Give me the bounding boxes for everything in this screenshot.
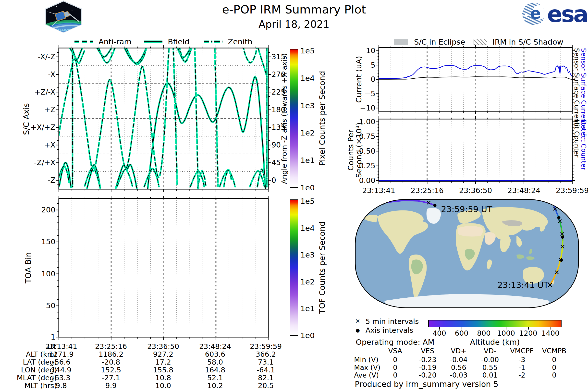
world-map: [355, 199, 579, 308]
page-date: April 18, 2021: [0, 19, 588, 30]
voltage-col-VD-: VD-: [484, 348, 496, 354]
voltage-cell-1-1: -0.19: [419, 364, 436, 371]
svg-text:e: e: [530, 4, 541, 22]
curve-bfield-core: [148, 77, 266, 189]
detect-counter-label: Detect Counter: [580, 120, 587, 170]
ephemeris-cell-ut-4: 23:59:59: [250, 343, 282, 350]
track-axis-marker: [561, 236, 564, 239]
voltage-cell-0-2: -0.04: [450, 356, 468, 363]
legend-label-zenith: Zenith: [228, 38, 252, 46]
voltage-row-max: Max (V): [354, 364, 380, 371]
ephemeris-cell-ut-3: 23:48:24: [199, 343, 231, 350]
sensor-current-label: Sensor Surface Current: [573, 48, 580, 125]
alt-tick-800: 800: [477, 330, 490, 337]
ephemeris-cell-alt-1: 1186.2: [98, 350, 123, 358]
current-tick--10: −10: [360, 104, 375, 112]
ground-track-segment: [562, 240, 563, 247]
cbar1-tick-1e1: 1e1: [300, 156, 315, 164]
time-tick-3: 23:48:24: [508, 187, 540, 194]
track-axis-marker: [560, 259, 563, 262]
ephemeris-cell-ut-1: 23:25:16: [95, 343, 127, 350]
curve-anti-ram-core: [59, 40, 170, 177]
tof-counts-colorbar: [290, 200, 298, 336]
voltage-cell-1-0: 0: [393, 364, 398, 371]
alt-tick-1200: 1200: [519, 330, 537, 337]
page-title: e-POP IRM Summary Plot: [0, 4, 588, 16]
ephemeris-cell-alt-4: 366.2: [256, 350, 276, 358]
legend-sample-zenith: [203, 39, 223, 44]
ephemeris-cell-lon-3: 164.8: [205, 366, 225, 374]
continent-sahara: [458, 226, 483, 237]
ephemeris-cell-mlat-1: -27.1: [102, 374, 120, 382]
ephemeris-cell-alt-0: 1271.9: [49, 350, 74, 358]
legend-sample-anti-ram: [74, 39, 94, 44]
ephemeris-cell-mlt-0: 9.8: [56, 382, 67, 389]
cbar1-tick-1e5: 1e5: [300, 47, 315, 55]
curve-zenith: [126, 48, 146, 64]
ephemeris-row-label-5: MLT (hrs): [24, 382, 57, 389]
cbar2-tick-1e0: 1e0: [300, 332, 315, 340]
legend-label-shadow: IRM in S/C Shadow: [492, 38, 563, 46]
ephemeris-cell-mlt-4: 20.5: [258, 382, 274, 389]
ephemeris-cell-mlat-3: 52.1: [207, 374, 223, 382]
ephemeris-row-label-4: MLAT (deg): [17, 374, 57, 382]
voltage-cell-2-4: -2: [518, 372, 525, 379]
map-end-time-label: 23:59:59 UT: [441, 205, 492, 214]
cbar1-tick-1e0: 1e0: [300, 184, 315, 192]
alt-tick-1400: 1400: [542, 330, 560, 337]
ephemeris-cell-lat-3: 58.0: [207, 358, 223, 366]
ephemeris-cell-lon-0: 144.9: [51, 366, 71, 374]
voltage-col-VCMPB: VCMPB: [542, 348, 566, 354]
current-tick-0: 0: [371, 76, 375, 83]
toa-tick-150: 150: [42, 238, 55, 246]
pixel-counts-colorbar: [290, 49, 298, 188]
sc-axis-tick-+Z: +Z: [44, 106, 55, 114]
cbar1-tick-1e4: 1e4: [300, 74, 315, 82]
counts-tick-1.00: 1.00: [359, 118, 375, 126]
tof-counts-label: TOF Counts per Second: [318, 222, 326, 314]
track-axis-marker: [434, 204, 436, 207]
counters-plot: [379, 119, 572, 181]
time-tick-1: 23:25:16: [410, 187, 444, 194]
angle-tick-270: 270: [272, 70, 286, 78]
ephemeris-cell-mlat-0: -63.3: [52, 374, 70, 382]
counts-tick-0.00: 0.00: [359, 177, 375, 184]
current-ylabel: Current (uA): [355, 56, 363, 103]
angle-tick-180: 180: [272, 106, 286, 114]
operating-mode: Operating mode: AM: [356, 338, 434, 346]
ephemeris-cell-lon-1: 152.5: [101, 366, 121, 374]
voltage-cell-0-0: 0: [393, 356, 398, 363]
ephemeris-cell-lat-4: 73.1: [258, 358, 274, 366]
ephemeris-cell-lon-2: 155.8: [153, 366, 173, 374]
voltage-cell-2-1: -0.20: [419, 372, 436, 379]
pixel-counts-label: Pixel Counts per Second: [318, 71, 326, 166]
current-tick--5: −5: [364, 90, 375, 98]
alt-tick-1000: 1000: [497, 330, 515, 337]
altitude-label: Altitude (km): [470, 338, 520, 346]
angle-tick-90: 90: [272, 141, 281, 149]
produced-by-footer: Produced by irm_summary version 5: [355, 380, 498, 388]
esa-wordmark: esa: [547, 1, 587, 28]
angle-tick-45: 45: [272, 159, 281, 166]
sc-axis-tick-+X: +X: [44, 141, 55, 149]
ephemeris-cell-ut-2: 23:36:50: [147, 343, 179, 350]
angle-tick-0: 0: [272, 176, 276, 184]
alt-tick-600: 600: [455, 330, 468, 337]
esa-logo: e esa: [521, 2, 582, 26]
ephemeris-row-label-2: LAT (deg): [23, 358, 57, 366]
current-plot: [379, 48, 572, 111]
ephemeris-cell-alt-3: 603.6: [205, 350, 225, 358]
legend-label-bfield: Bfield: [168, 38, 190, 46]
alt-tick-400: 400: [433, 330, 446, 337]
ground-track-segment: [404, 200, 418, 201]
eclipse-swatch: [394, 39, 408, 45]
legend-dot-marker-icon: ●: [356, 328, 360, 333]
cbar2-tick-1e1: 1e1: [300, 304, 315, 312]
ephemeris-cell-lat-2: 17.2: [155, 358, 171, 366]
hit-counter-label: Hit Counter: [573, 120, 580, 158]
voltage-cell-1-4: -1: [518, 364, 525, 371]
ephemeris-cell-mlat-2: 10.8: [155, 374, 171, 382]
counts-tick-0.75: 0.75: [359, 132, 375, 140]
voltage-row-min: Min (V): [354, 356, 378, 363]
cbar2-tick-1e4: 1e4: [300, 224, 315, 232]
